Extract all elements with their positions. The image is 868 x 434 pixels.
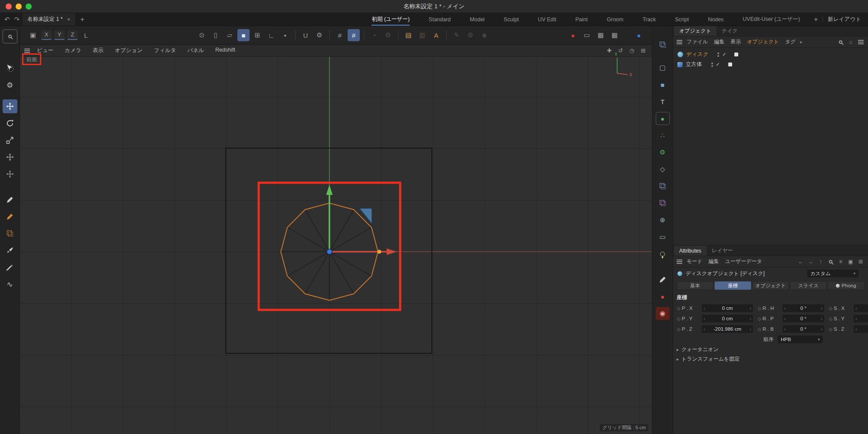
- layout-tab-1[interactable]: 初期 (ユーザー): [372, 13, 409, 26]
- attr-menu-item[interactable]: 編集: [709, 258, 719, 265]
- close-window-button[interactable]: [6, 3, 12, 10]
- render-camera-icon[interactable]: ◉: [656, 307, 670, 320]
- attr-filter-icon[interactable]: ≡: [837, 258, 845, 266]
- object-manager-tab[interactable]: テイク: [717, 26, 743, 36]
- visibility-dots-icon[interactable]: [717, 52, 719, 58]
- cube-primitive-icon[interactable]: ■: [656, 78, 670, 91]
- minimize-window-button[interactable]: [16, 3, 22, 10]
- layout-tab-5[interactable]: UV Edit: [538, 13, 556, 26]
- move-tool-icon[interactable]: [3, 99, 17, 113]
- attr-back-icon[interactable]: ←: [797, 258, 805, 266]
- rotate-tool-icon[interactable]: [3, 116, 17, 130]
- decrement-icon[interactable]: ‹: [855, 316, 857, 321]
- attr-lock-icon[interactable]: ▣: [847, 258, 855, 266]
- layout-tab-3[interactable]: Model: [470, 13, 485, 26]
- om-menu-icon[interactable]: [677, 42, 682, 43]
- layout-tab-8[interactable]: Track: [642, 13, 656, 26]
- object-row[interactable]: ディスク✓: [673, 49, 868, 59]
- motext-icon[interactable]: T: [656, 95, 670, 108]
- sculpt-pen-icon[interactable]: [3, 210, 17, 224]
- om-panel-icon[interactable]: [857, 38, 865, 46]
- camera-monitor-icon[interactable]: ▭: [656, 230, 670, 243]
- picture-viewer-icon[interactable]: ▭: [581, 29, 593, 41]
- layout-panels-icon[interactable]: [656, 38, 670, 51]
- volume-hexagon-icon[interactable]: ◇: [656, 163, 670, 176]
- shape-rect-icon[interactable]: ▢: [656, 61, 670, 74]
- workplane-icon[interactable]: ∟: [265, 29, 277, 41]
- annotate-pencil-icon[interactable]: [656, 273, 670, 286]
- decrement-icon[interactable]: ‹: [855, 326, 857, 332]
- environment-globe-icon[interactable]: ⊕: [656, 214, 670, 227]
- field-value[interactable]: 0 cm: [705, 316, 750, 321]
- layout-tab-11[interactable]: UVEdit-User (ユーザー): [743, 13, 800, 26]
- swatch-icon[interactable]: ▪: [279, 29, 291, 41]
- redo-icon[interactable]: ↷: [14, 16, 20, 23]
- generator-sphere-icon[interactable]: ●: [656, 112, 670, 125]
- layout-tab-9[interactable]: Script: [675, 13, 689, 26]
- om-home-icon[interactable]: ⌂: [847, 38, 855, 46]
- instance-squares-icon[interactable]: [656, 180, 670, 193]
- material-red-sphere-icon[interactable]: ●: [567, 29, 579, 41]
- coordinate-system-button[interactable]: L: [80, 29, 92, 41]
- value-field[interactable]: ‹-201.986 cm›: [702, 325, 753, 333]
- light-bulb-icon[interactable]: [656, 247, 670, 260]
- spline-smooth-icon[interactable]: ∿: [3, 277, 17, 291]
- viewport-menu-item[interactable]: 表示: [92, 47, 103, 54]
- axis-scale-icon[interactable]: [3, 167, 17, 181]
- om-menu-item[interactable]: タグ: [785, 38, 796, 46]
- enable-check-icon[interactable]: ✓: [722, 52, 726, 57]
- value-field[interactable]: ‹0 °›: [783, 304, 824, 312]
- attr-forward-icon[interactable]: →: [807, 258, 815, 266]
- symmetry-squares-icon[interactable]: [656, 197, 670, 210]
- order-dropdown[interactable]: HPB ▾: [778, 335, 823, 343]
- tag-icon[interactable]: [734, 53, 738, 56]
- cylinder-mode-icon[interactable]: ▯: [210, 29, 222, 41]
- increment-icon[interactable]: ›: [821, 326, 822, 332]
- add-cube-icon[interactable]: ⊞: [251, 29, 263, 41]
- layout-tab-7[interactable]: Groom: [607, 13, 623, 26]
- snap-settings-gear-icon[interactable]: ⚙: [313, 29, 326, 41]
- field-value[interactable]: -201.986 cm: [705, 326, 750, 332]
- value-field[interactable]: ‹0 cm›: [702, 315, 753, 322]
- viewport-select-icon[interactable]: ▣: [27, 29, 39, 41]
- attr-popout-icon[interactable]: ⊞: [857, 258, 865, 266]
- layout-tab-10[interactable]: Nodes: [708, 13, 723, 26]
- layout-tab-2[interactable]: Standard: [429, 13, 451, 26]
- menu-overflow-icon[interactable]: ▸: [800, 39, 802, 44]
- add-layout-button[interactable]: +: [814, 16, 818, 23]
- value-field[interactable]: ‹: [854, 315, 868, 322]
- layout-tab-6[interactable]: Paint: [575, 13, 588, 26]
- om-menu-item[interactable]: オブジェクト: [747, 38, 779, 46]
- visibility-dots-icon[interactable]: [711, 62, 713, 68]
- object-name[interactable]: ディスク: [686, 51, 708, 58]
- value-field[interactable]: ‹0 cm›: [702, 304, 753, 312]
- preset-dropdown[interactable]: カスタム ▾: [807, 270, 858, 277]
- plane-mode-icon[interactable]: ▱: [224, 29, 236, 41]
- om-menu-item[interactable]: 表示: [730, 38, 741, 46]
- enable-check-icon[interactable]: ✓: [716, 62, 720, 67]
- sphere-mode-icon[interactable]: ⊙: [196, 29, 208, 41]
- grid-snap-icon[interactable]: #: [334, 29, 346, 41]
- live-selection-icon[interactable]: [3, 61, 17, 75]
- scale-tool-icon[interactable]: [3, 133, 17, 147]
- value-field[interactable]: ‹0 °›: [783, 315, 824, 322]
- material-sphere-icon[interactable]: ●: [656, 290, 670, 303]
- object-row[interactable]: 立方体✓: [673, 59, 868, 69]
- decrement-icon[interactable]: ‹: [855, 306, 857, 311]
- toggle-layout-icon[interactable]: ⊞: [639, 46, 648, 55]
- undo-icon[interactable]: ↶: [4, 16, 10, 23]
- object-name[interactable]: 立方体: [686, 61, 702, 68]
- viewport-canvas[interactable]: グリッド間隔 : 5 cm: [20, 57, 652, 434]
- redshift-blue-icon[interactable]: ●: [633, 29, 645, 41]
- increment-icon[interactable]: ›: [750, 326, 751, 332]
- render-view-icon[interactable]: ▤: [402, 29, 414, 41]
- simulation-gear-icon[interactable]: ⚙: [656, 146, 670, 159]
- knife-tool-icon[interactable]: [3, 260, 17, 274]
- tag-icon[interactable]: [728, 62, 732, 66]
- collapsed-section[interactable]: ▸クォータニオン: [673, 345, 868, 354]
- render-settings-icon[interactable]: A: [430, 29, 442, 41]
- attributes-tab[interactable]: Attributes: [674, 246, 707, 256]
- zoom-window-button[interactable]: [26, 3, 32, 10]
- zoom-tool-icon[interactable]: [3, 30, 17, 43]
- viewport-menu-item[interactable]: フィルタ: [154, 47, 176, 54]
